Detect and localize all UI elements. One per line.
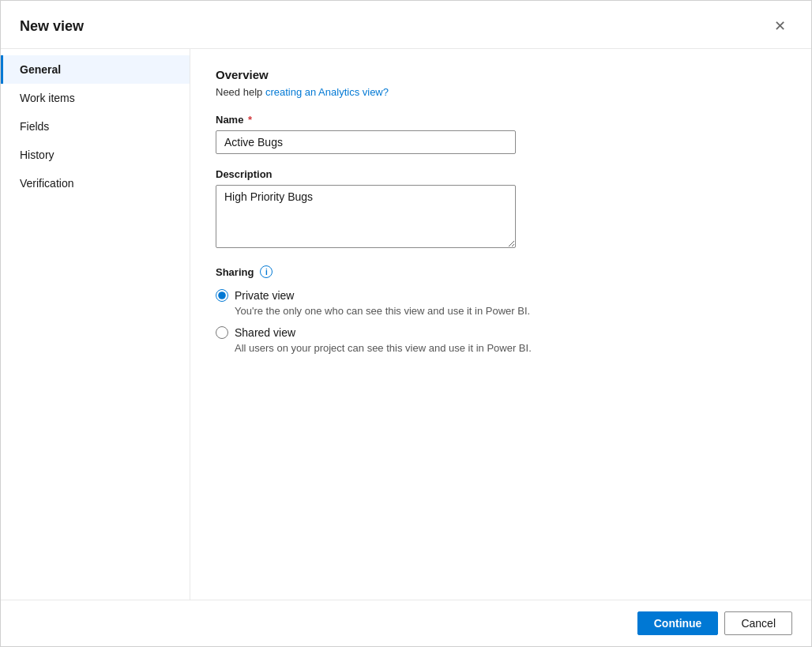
close-button[interactable]: ✕ — [767, 13, 792, 39]
radio-label-private[interactable]: Private view — [235, 289, 294, 302]
sharing-section: Sharing i Private view You're the only o… — [216, 265, 786, 354]
sidebar-item-fields[interactable]: Fields — [1, 112, 190, 141]
dialog-footer: Continue Cancel — [1, 600, 811, 646]
sidebar: General Work items Fields History Verifi… — [1, 49, 190, 600]
radio-row-shared: Shared view — [216, 326, 786, 339]
dialog-title: New view — [20, 18, 84, 35]
radio-row-private: Private view — [216, 289, 786, 302]
sidebar-item-verification[interactable]: Verification — [1, 169, 190, 197]
description-field-group: Description High Priority Bugs — [216, 168, 786, 251]
radio-shared[interactable] — [216, 326, 228, 339]
radio-private[interactable] — [216, 289, 228, 302]
help-text-prefix: Need help — [216, 86, 265, 98]
sidebar-item-label: Fields — [20, 120, 49, 133]
name-label: Name * — [216, 114, 786, 126]
info-icon[interactable]: i — [260, 265, 273, 278]
description-label: Description — [216, 168, 786, 180]
dialog-body: General Work items Fields History Verifi… — [1, 49, 811, 600]
description-input[interactable]: High Priority Bugs — [216, 185, 516, 248]
dialog-header: New view ✕ — [1, 1, 811, 49]
cancel-button[interactable]: Cancel — [724, 611, 792, 635]
radio-option-shared: Shared view All users on your project ca… — [216, 326, 786, 354]
radio-option-private: Private view You're the only one who can… — [216, 289, 786, 317]
help-link[interactable]: creating an Analytics view? — [265, 86, 389, 98]
radio-label-shared[interactable]: Shared view — [235, 326, 295, 339]
radio-description-shared: All users on your project can see this v… — [235, 342, 786, 354]
sidebar-item-history[interactable]: History — [1, 141, 190, 169]
sidebar-item-label: Work items — [20, 92, 75, 104]
name-input[interactable] — [216, 130, 516, 154]
sharing-label: Sharing — [216, 266, 254, 278]
sharing-label-row: Sharing i — [216, 265, 786, 278]
sidebar-item-label: History — [20, 149, 55, 161]
sidebar-item-label: Verification — [20, 177, 73, 190]
name-field-group: Name * — [216, 114, 786, 154]
close-icon: ✕ — [774, 17, 786, 35]
required-star: * — [245, 114, 252, 126]
sidebar-item-label: General — [20, 63, 61, 76]
dialog: New view ✕ General Work items Fields His… — [0, 0, 812, 647]
sidebar-item-general[interactable]: General — [1, 55, 190, 84]
continue-button[interactable]: Continue — [637, 611, 719, 635]
overview-title: Overview — [216, 68, 786, 81]
help-text: Need help creating an Analytics view? — [216, 86, 786, 98]
radio-description-private: You're the only one who can see this vie… — [235, 305, 786, 317]
main-content: Overview Need help creating an Analytics… — [190, 49, 811, 600]
sidebar-item-work-items[interactable]: Work items — [1, 84, 190, 112]
